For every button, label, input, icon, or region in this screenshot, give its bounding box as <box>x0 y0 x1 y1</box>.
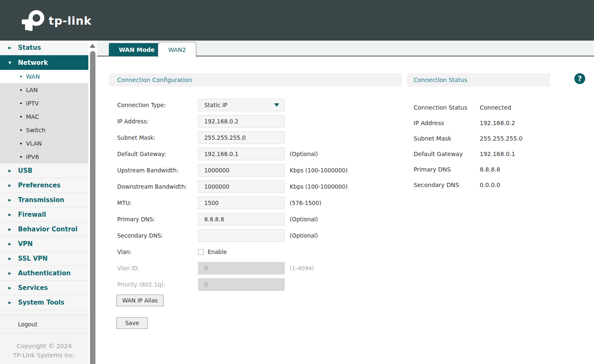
form-row-secondary-dns-: Secondary DNS:(Optional) <box>109 229 402 242</box>
chevron-right-icon: ▶ <box>8 271 18 275</box>
primary-dns-input[interactable] <box>198 213 285 226</box>
form-row-connection-type-: Connection Type:Static IP <box>109 99 402 111</box>
sidebar-subitem-lan[interactable]: •LAN <box>0 83 88 97</box>
sidebar-subitem-mac[interactable]: •MAC <box>0 110 88 123</box>
scrollbar-thumb[interactable] <box>90 51 95 364</box>
field-hint: (Optional) <box>290 151 318 157</box>
status-row-subnet-mask: Subnet Mask255.255.255.0 <box>414 131 558 146</box>
sidebar-subitem-label: MAC <box>26 113 39 120</box>
sidebar-subitem-wan[interactable]: •WAN <box>0 70 88 83</box>
sidebar-item-label: Status <box>18 44 41 51</box>
subnet-mask-input[interactable] <box>198 131 285 144</box>
save-button[interactable]: Save <box>116 317 148 329</box>
field-label: Vlan ID: <box>109 265 198 272</box>
chevron-right-icon: ▶ <box>8 213 18 217</box>
chevron-right-icon: ▶ <box>8 198 18 202</box>
copyright-line1: Copyright © 2024 <box>0 342 88 351</box>
ip-address-input[interactable] <box>198 115 285 128</box>
status-value: 8.8.8.8 <box>480 166 500 173</box>
connection-status-panel: Connection StatusConnectedIP Address192.… <box>414 100 558 192</box>
wan-ip-alias-button[interactable]: WAN IP Alias <box>116 295 164 306</box>
form-row-default-gateway-: Default Gateway:(Optional) <box>109 148 402 160</box>
sidebar-item-firewall[interactable]: ▶Firewall <box>0 208 88 222</box>
field-hint: Kbps (100-1000000) <box>290 183 348 190</box>
mtu-input[interactable] <box>198 197 285 209</box>
sidebar-subitem-label: IPTV <box>26 100 39 107</box>
sidebar-item-behavior-control[interactable]: ▶Behavior Control <box>0 222 88 237</box>
bullet-icon: • <box>19 140 26 147</box>
form-row-vlan-id-: Vlan ID:(1-4094) <box>109 262 402 274</box>
sidebar-subitem-label: Switch <box>26 127 45 133</box>
status-label: Default Gateway <box>414 151 480 157</box>
sidebar-item-label: Firewall <box>18 211 46 218</box>
bullet-icon: • <box>19 113 26 120</box>
vlan-id-input[interactable] <box>198 262 285 274</box>
connection-type-select[interactable]: Static IP <box>198 99 285 111</box>
upstream-bandwidth-input[interactable] <box>198 164 285 177</box>
sidebar-item-system-tools[interactable]: ▶System Tools <box>0 295 88 310</box>
sidebar-item-network[interactable]: ▼Network <box>0 55 88 70</box>
status-row-ip-address: IP Address192.168.0.2 <box>414 115 558 131</box>
sidebar-item-preferences[interactable]: ▶Preferences <box>0 178 88 193</box>
downstream-bandwidth-input[interactable] <box>198 180 285 193</box>
sidebar-subitem-iptv[interactable]: •IPTV <box>0 97 88 110</box>
router-admin-page: tp-link ▶Status▼Network•WAN•LAN•IPTV•MAC… <box>0 0 594 364</box>
bullet-icon: • <box>19 127 26 133</box>
sidebar-nav: ▶Status▼Network•WAN•LAN•IPTV•MAC•Switch•… <box>0 41 88 310</box>
field-label: Default Gateway: <box>109 151 198 157</box>
status-label: Primary DNS <box>414 166 480 173</box>
priority-input[interactable] <box>198 278 285 291</box>
chevron-right-icon: ▶ <box>8 300 18 305</box>
copyright-notice: Copyright © 2024 TP-Link Systems Inc. <box>0 342 88 360</box>
sidebar-subitem-label: VLAN <box>26 140 42 147</box>
scroll-up-arrow-icon[interactable] <box>90 44 95 48</box>
sidebar-item-status[interactable]: ▶Status <box>0 41 88 55</box>
field-label: Downstream Bandwidth: <box>109 183 198 190</box>
status-value: 192.168.0.2 <box>480 120 515 126</box>
sidebar-item-label: Behavior Control <box>18 226 77 233</box>
sidebar-subitem-ipv6[interactable]: •IPV6 <box>0 150 88 164</box>
chevron-right-icon: ▶ <box>8 242 18 246</box>
vlan-enable-checkbox[interactable] <box>198 249 204 255</box>
chevron-right-icon: ▶ <box>8 256 18 261</box>
sidebar-item-label: Transmission <box>18 196 64 204</box>
help-icon[interactable]: ? <box>574 73 585 84</box>
form-row-subnet-mask-: Subnet Mask: <box>109 131 402 144</box>
sidebar-scrollbar <box>88 41 97 364</box>
chevron-right-icon: ▶ <box>8 227 18 231</box>
sidebar-item-ssl-vpn[interactable]: ▶SSL VPN <box>0 251 88 266</box>
sidebar-item-authentication[interactable]: ▶Authentication <box>0 266 88 281</box>
status-label: Subnet Mask <box>414 135 480 142</box>
sidebar-item-label: SSL VPN <box>18 255 48 262</box>
default-gateway-input[interactable] <box>198 148 285 160</box>
sidebar-item-transmission[interactable]: ▶Transmission <box>0 193 88 208</box>
sidebar-item-label: System Tools <box>18 299 64 306</box>
status-value: Connected <box>480 104 511 111</box>
field-hint: (Optional) <box>290 216 318 223</box>
chevron-right-icon: ▶ <box>8 169 18 173</box>
status-label: IP Address <box>414 120 480 126</box>
sidebar-subitem-label: IPV6 <box>26 154 39 160</box>
sidebar-subitem-vlan[interactable]: •VLAN <box>0 137 88 150</box>
field-label: Upstream Bandwidth: <box>109 167 198 174</box>
tab-wan-mode[interactable]: WAN Mode <box>109 43 165 56</box>
form-row-vlan-: Vlan:Enable <box>109 246 402 258</box>
status-row-primary-dns: Primary DNS8.8.8.8 <box>414 161 558 177</box>
chevron-right-icon: ▶ <box>8 286 18 290</box>
sidebar-subitem-switch[interactable]: •Switch <box>0 123 88 137</box>
field-hint: (1-4094) <box>290 265 314 272</box>
logout-button[interactable]: Logout <box>0 315 88 333</box>
form-row-mtu-: MTU:(576-1500) <box>109 197 402 209</box>
status-row-default-gateway: Default Gateway192.168.0.1 <box>414 146 558 161</box>
field-label: Vlan: <box>109 249 198 255</box>
secondary-dns-input[interactable] <box>198 229 285 242</box>
tab-wan2[interactable]: WAN2 <box>158 42 196 57</box>
field-hint: Kbps (100-1000000) <box>290 167 348 174</box>
logout-label: Logout <box>18 321 37 328</box>
sidebar-item-usb[interactable]: ▶USB <box>0 164 88 178</box>
sidebar-item-vpn[interactable]: ▶VPN <box>0 237 88 251</box>
bullet-icon: • <box>19 73 26 80</box>
sidebar-item-services[interactable]: ▶Services <box>0 281 88 295</box>
status-value: 0.0.0.0 <box>480 182 500 188</box>
sidebar: ▶Status▼Network•WAN•LAN•IPTV•MAC•Switch•… <box>0 41 88 364</box>
